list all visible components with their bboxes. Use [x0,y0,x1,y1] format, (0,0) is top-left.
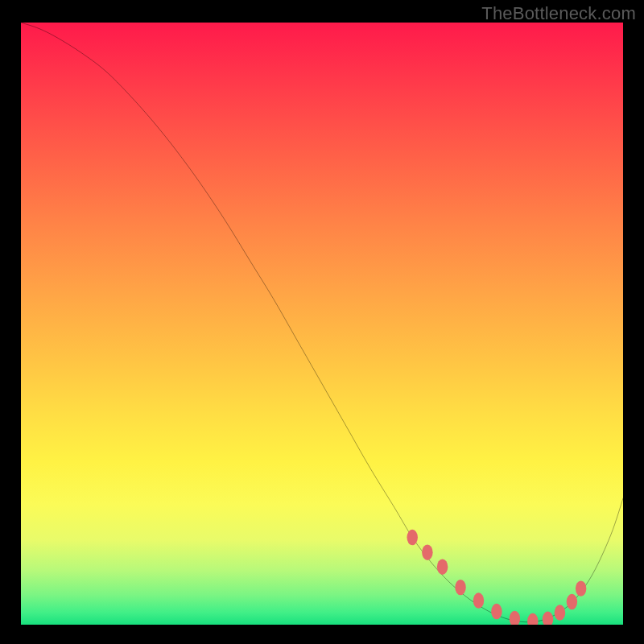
optimum-dot [576,580,586,596]
optimum-dot [473,592,484,608]
optimum-dot [422,545,432,560]
optimum-dot [491,604,502,619]
optimum-dot [527,613,538,625]
optimum-dot [437,559,448,574]
optimum-dot [567,594,577,609]
optimum-dot [555,605,565,620]
watermark-text: TheBottleneck.com [481,3,636,24]
plot-area [21,23,623,625]
optimum-dot [543,612,553,625]
optimum-dot [455,580,465,595]
optimum-dot [510,611,520,625]
optimum-dot [407,530,417,545]
optimum-dots [21,23,623,625]
figure-frame: TheBottleneck.com [0,0,644,644]
